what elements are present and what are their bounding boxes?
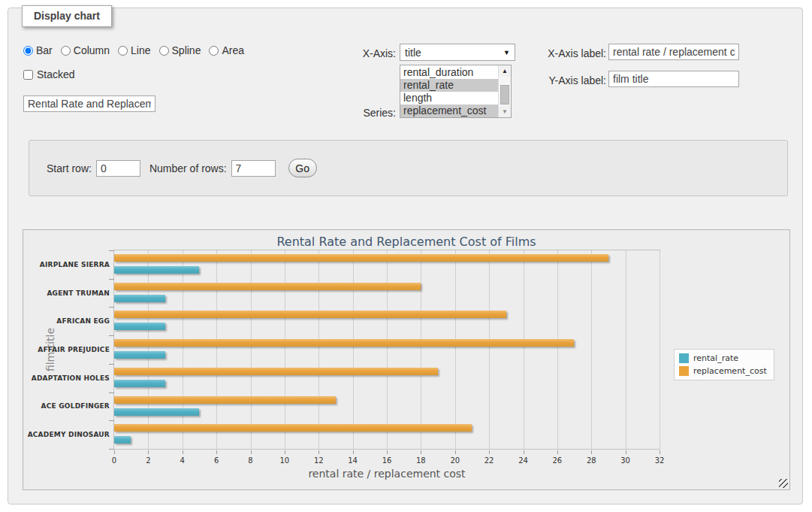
x-tick-label: 2 — [137, 456, 159, 465]
x-tick-mark — [318, 450, 319, 454]
bar-replacement_cost — [114, 396, 336, 404]
page: Display chart Bar Column Line Spline Are… — [0, 0, 812, 512]
gridline — [148, 250, 149, 449]
chart-title-input[interactable] — [23, 95, 155, 112]
gridline — [455, 250, 456, 449]
gridline — [591, 250, 592, 449]
series-listbox[interactable]: rental_duration rental_rate length repla… — [400, 65, 512, 118]
num-rows-label: Number of rows: — [149, 162, 227, 174]
x-tick-label: 22 — [478, 456, 500, 465]
bar-rental_rate — [114, 408, 199, 416]
start-row-input[interactable] — [96, 160, 140, 177]
gridline — [557, 250, 558, 449]
x-tick-mark — [353, 450, 354, 454]
gridline — [318, 250, 319, 449]
radio-line[interactable]: Line — [118, 44, 150, 56]
x-axis-label-input[interactable] — [608, 44, 739, 60]
x-tick-label: 20 — [444, 456, 466, 465]
category-label: AFFAIR PREJUDICE — [26, 346, 110, 353]
y-tick-mark — [109, 392, 114, 393]
category-label: AFRICAN EGG — [26, 317, 110, 325]
radio-column[interactable]: Column — [61, 44, 110, 56]
x-tick-label: 8 — [240, 456, 262, 465]
x-tick-mark — [421, 450, 421, 454]
x-tick-mark — [183, 450, 183, 454]
scroll-down-icon[interactable]: ▼ — [499, 106, 511, 117]
legend-swatch-rental-rate — [679, 353, 689, 363]
chart-legend: rental_rate replacement_cost — [674, 349, 774, 380]
series-option[interactable]: length — [400, 92, 498, 105]
gridline — [251, 250, 252, 449]
spline-radio[interactable] — [159, 46, 169, 56]
gridline — [353, 250, 354, 449]
series-option[interactable]: replacement_cost — [400, 105, 498, 117]
gridline — [421, 250, 421, 449]
x-tick-mark — [489, 450, 490, 454]
gridline — [524, 250, 524, 449]
gridline — [626, 250, 626, 449]
series-option[interactable]: rental_rate — [400, 79, 498, 92]
x-tick-mark — [557, 450, 558, 454]
bar-radio[interactable] — [23, 46, 33, 56]
x-axis-select-label: X-Axis: — [316, 47, 396, 59]
y-tick-mark — [109, 420, 114, 421]
legend-item-rental-rate[interactable]: rental_rate — [679, 353, 767, 363]
gridline — [660, 250, 660, 449]
radio-spline[interactable]: Spline — [159, 44, 201, 56]
x-tick-label: 30 — [614, 456, 637, 465]
legend-item-replacement-cost[interactable]: replacement_cost — [679, 366, 767, 376]
scroll-up-icon[interactable]: ▲ — [499, 65, 511, 77]
y-tick-mark — [109, 250, 114, 251]
display-chart-fieldset: Display chart Bar Column Line Spline Are… — [8, 8, 803, 504]
x-axis-select[interactable]: title ▼ — [400, 44, 515, 61]
bar-rental_rate — [114, 351, 165, 359]
scrollbar-thumb[interactable] — [500, 85, 509, 105]
x-tick-mark — [387, 450, 388, 454]
resize-handle-icon[interactable] — [779, 479, 788, 488]
line-radio[interactable] — [118, 46, 128, 56]
listbox-scrollbar[interactable]: ▲ ▼ — [498, 65, 511, 117]
chart-title: Rental Rate and Replacement Cost of Film… — [23, 235, 789, 249]
go-button[interactable]: Go — [288, 159, 317, 177]
gridline — [183, 250, 183, 449]
x-tick-label: 32 — [648, 456, 671, 465]
x-tick-label: 0 — [103, 456, 125, 465]
x-tick-mark — [524, 450, 524, 454]
radio-area[interactable]: Area — [209, 44, 244, 56]
x-tick-label: 6 — [205, 456, 228, 465]
y-tick-mark — [109, 307, 114, 308]
stacked-checkbox[interactable] — [23, 70, 33, 80]
chart-type-radio-group: Bar Column Line Spline Area — [23, 44, 244, 56]
y-axis-label-label: Y-Axis label: — [534, 74, 606, 86]
x-tick-label: 10 — [273, 456, 296, 465]
bar-replacement_cost — [114, 339, 574, 347]
category-label: AGENT TRUMAN — [26, 289, 110, 297]
y-axis-label-input[interactable] — [608, 71, 739, 87]
category-label: ACADEMY DINOSAUR — [26, 431, 110, 438]
series-option[interactable]: rental_duration — [400, 66, 498, 79]
category-label: ADAPTATION HOLES — [26, 374, 110, 382]
legend-swatch-replacement-cost — [679, 366, 689, 376]
radio-bar[interactable]: Bar — [23, 44, 53, 56]
x-tick-mark — [114, 450, 115, 454]
x-axis-label-label: X-Axis label: — [534, 47, 606, 59]
start-row-label: Start row: — [47, 162, 92, 174]
x-tick-mark — [626, 450, 626, 454]
stacked-row: Stacked — [23, 68, 75, 80]
column-radio[interactable] — [61, 46, 71, 56]
x-tick-mark — [660, 450, 660, 454]
chart-x-axis-title: rental rate / replacement cost — [113, 468, 660, 480]
x-tick-mark — [148, 450, 149, 454]
chevron-down-icon: ▼ — [503, 49, 510, 56]
stacked-label[interactable]: Stacked — [37, 68, 75, 80]
gridline — [285, 250, 285, 449]
x-tick-label: 26 — [546, 456, 569, 465]
bar-rental_rate — [114, 266, 199, 274]
bar-replacement_cost — [114, 424, 472, 432]
area-radio[interactable] — [209, 46, 219, 56]
gridline — [387, 250, 388, 449]
x-tick-label: 4 — [171, 456, 194, 465]
num-rows-input[interactable] — [231, 160, 276, 177]
bar-replacement_cost — [114, 283, 421, 290]
x-tick-label: 18 — [409, 456, 432, 465]
